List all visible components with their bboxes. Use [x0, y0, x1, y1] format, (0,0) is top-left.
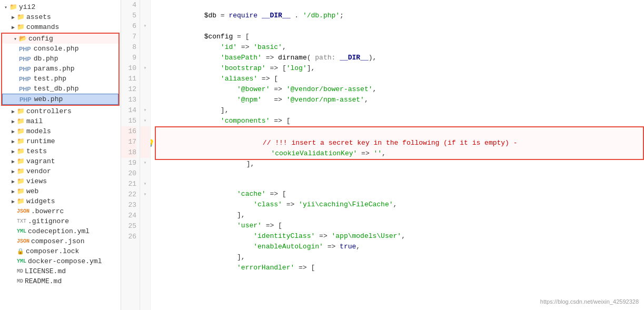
tree-arrow-models[interactable]: ▶: [9, 128, 17, 135]
tree-label-gitignore: .gitignore: [28, 217, 69, 225]
code-line-16: // !!! insert a secret key in the follow…: [156, 127, 643, 138]
tree-item-tests[interactable]: ▶ 📁 tests: [0, 146, 121, 156]
tree-arrow-views[interactable]: ▶: [9, 178, 17, 185]
folder-icon-assets: 📁: [17, 13, 25, 21]
tree-item-test-db-php[interactable]: PHP test_db.php: [2, 84, 118, 94]
gutter-13: [140, 95, 150, 105]
gutter-12: [140, 84, 150, 95]
tree-item-mail[interactable]: ▶ 📁 mail: [0, 116, 121, 126]
tree-item-web[interactable]: ▶ 📁 web: [0, 186, 121, 196]
gutter-14[interactable]: ▾: [140, 105, 150, 116]
gutter-11: [140, 74, 150, 84]
gutter-23: [140, 200, 150, 211]
folder-icon-web: 📁: [17, 187, 25, 195]
folder-icon-config: 📂: [19, 35, 27, 43]
tree-item-console-php[interactable]: PHP console.php: [2, 44, 118, 54]
file-tree[interactable]: ▾ 📁 yii2 ▶ 📁 assets ▶ 📁 commands ▾ 📂 con…: [0, 0, 121, 310]
gutter-22[interactable]: ▾: [140, 189, 150, 200]
tree-item-runtime[interactable]: ▶ 📁 runtime: [0, 136, 121, 146]
php-icon-test-db: PHP: [19, 86, 31, 92]
gutter-10[interactable]: ▾: [140, 63, 150, 74]
tree-label-docker-compose-yml: docker-compose.yml: [28, 257, 102, 265]
gutter-6[interactable]: ▾: [140, 21, 150, 32]
code-area: 4 5 6 7 8 9 10 11 12 13 14 15 16 17 18 1…: [121, 0, 644, 310]
folder-icon-models: 📁: [17, 127, 25, 135]
line-num-10: 10: [121, 63, 136, 74]
tree-label-codeception-yml: codeception.yml: [28, 227, 90, 235]
gutter-15[interactable]: ▾: [140, 116, 150, 126]
tree-label-bowerrc: .bowerrc: [31, 207, 64, 215]
tree-arrow-config[interactable]: ▾: [12, 36, 19, 42]
tree-arrow-assets[interactable]: ▶: [9, 14, 17, 21]
tree-item-yii2[interactable]: ▾ 📁 yii2: [0, 2, 121, 12]
tree-label-test-php: test.php: [34, 75, 66, 83]
php-icon-params: PHP: [19, 66, 31, 72]
tree-item-models[interactable]: ▶ 📁 models: [0, 126, 121, 136]
tree-item-widgets[interactable]: ▶ 📁 widgets: [0, 196, 121, 206]
tree-item-commands[interactable]: ▶ 📁 commands: [0, 22, 121, 32]
tree-arrow-tests[interactable]: ▶: [9, 148, 17, 155]
watermark: https://blog.csdn.net/weixin_42592328: [540, 298, 639, 305]
gutter-9: [140, 53, 150, 63]
tree-arrow-yii2[interactable]: ▾: [2, 4, 9, 11]
folder-icon-commands: 📁: [17, 23, 25, 31]
tree-arrow-vagrant[interactable]: ▶: [9, 158, 17, 165]
tree-label-vendor: vendor: [26, 167, 51, 175]
tree-item-vagrant[interactable]: ▶ 📁 vagrant: [0, 156, 121, 166]
code-content[interactable]: $db = require __DIR__ . '/db.php'; $conf…: [151, 0, 644, 310]
line-num-23: 23: [121, 200, 136, 211]
code-line-6: $config = [: [155, 21, 644, 32]
tree-label-web: web: [26, 187, 38, 195]
line-num-12: 12: [121, 84, 136, 95]
tree-item-controllers[interactable]: ▶ 📁 controllers: [0, 106, 121, 116]
tree-label-views: views: [26, 177, 47, 185]
tree-item-params-php[interactable]: PHP params.php: [2, 64, 118, 74]
tree-item-codeception-yml[interactable]: YML codeception.yml: [0, 226, 121, 236]
code-line-17: 'cookieValidationKey' => '',: [156, 138, 643, 148]
gutter-21[interactable]: ▾: [140, 179, 150, 189]
gutter-18: [140, 147, 150, 158]
tree-arrow-controllers[interactable]: ▶: [9, 108, 17, 115]
tree-item-web-php[interactable]: PHP web.php: [2, 94, 118, 105]
tree-item-views[interactable]: ▶ 📁 views: [0, 176, 121, 186]
gutter[interactable]: ▾ ▾ ▾ ▾ ▾ ▾ ▾: [140, 0, 151, 310]
tree-label-vagrant: vagrant: [26, 157, 55, 165]
line-num-15: 15: [121, 116, 136, 126]
tree-arrow-web[interactable]: ▶: [9, 188, 17, 195]
folder-icon-controllers: 📁: [17, 107, 25, 115]
tree-item-license-md[interactable]: MD LICENSE.md: [0, 266, 121, 276]
tree-arrow-commands[interactable]: ▶: [9, 24, 17, 31]
folder-icon-views: 📁: [17, 177, 25, 185]
line-num-19: 19: [121, 158, 136, 168]
tree-arrow-widgets[interactable]: ▶: [9, 198, 17, 205]
line-num-9: 9: [121, 53, 136, 63]
tree-item-composer-lock[interactable]: 🔒 composer.lock: [0, 246, 121, 256]
gutter-4: [140, 0, 150, 11]
tree-item-composer-json[interactable]: JSON composer.json: [0, 236, 121, 246]
lightbulb-icon[interactable]: 💡: [151, 139, 155, 147]
gutter-24: [140, 211, 150, 221]
tree-arrow-vendor[interactable]: ▶: [9, 168, 17, 175]
tree-item-assets[interactable]: ▶ 📁 assets: [0, 12, 121, 22]
tree-arrow-mail[interactable]: ▶: [9, 118, 17, 125]
tree-item-gitignore[interactable]: TXT .gitignore: [0, 216, 121, 226]
line-num-17: 17: [121, 137, 136, 147]
gutter-19[interactable]: ▾: [140, 158, 150, 168]
tree-item-config[interactable]: ▾ 📂 config: [2, 34, 118, 44]
tree-item-docker-compose-yml[interactable]: YML docker-compose.yml: [0, 256, 121, 266]
tree-label-controllers: controllers: [26, 107, 72, 115]
tree-item-readme-md[interactable]: MD README.md: [0, 276, 121, 286]
tree-arrow-runtime[interactable]: ▶: [9, 138, 17, 145]
tree-item-test-php[interactable]: PHP test.php: [2, 74, 118, 84]
line-num-16: 16: [121, 126, 136, 137]
tree-label-models: models: [26, 127, 51, 135]
tree-item-bowerrc[interactable]: JSON .bowerrc: [0, 206, 121, 216]
line-num-21: 21: [121, 179, 136, 189]
line-num-18: 18: [121, 147, 136, 158]
line-num-4: 4: [121, 0, 136, 11]
tree-item-vendor[interactable]: ▶ 📁 vendor: [0, 166, 121, 176]
gutter-8: [140, 42, 150, 53]
tree-item-db-php[interactable]: PHP db.php: [2, 54, 118, 64]
gutter-16: [140, 126, 150, 137]
code-line-19: 'cache' => [: [155, 178, 644, 189]
